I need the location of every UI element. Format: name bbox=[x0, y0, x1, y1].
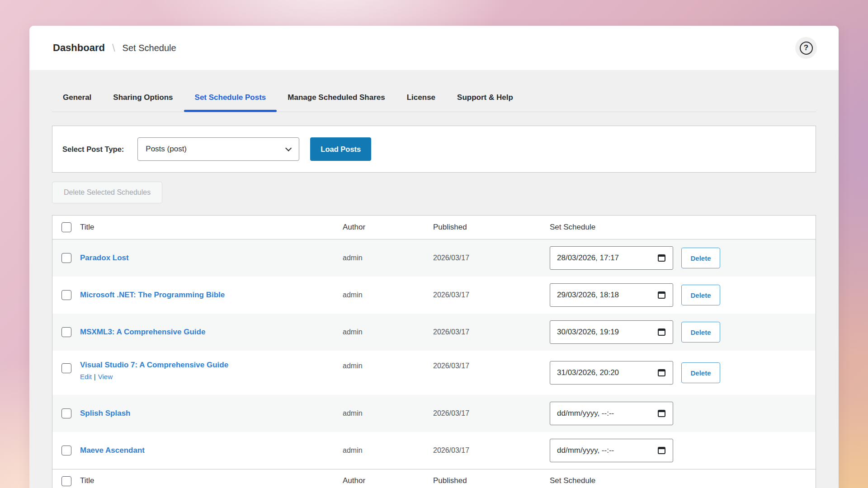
published-cell: 2026/03/17 bbox=[433, 409, 550, 418]
post-title-link[interactable]: Paradox Lost bbox=[80, 253, 129, 263]
column-header-author: Author bbox=[343, 223, 433, 232]
tab-support-help[interactable]: Support & Help bbox=[446, 86, 524, 112]
tab-manage-scheduled-shares[interactable]: Manage Scheduled Shares bbox=[277, 86, 396, 112]
published-cell: 2026/03/17 bbox=[433, 362, 550, 370]
table-row: Microsoft .NET: The Programming Bible ad… bbox=[52, 277, 816, 314]
schedule-datetime-value: dd/mm/yyyy, --:-- bbox=[557, 446, 614, 455]
schedule-datetime-value: 28/03/2026, 17:17 bbox=[557, 253, 619, 263]
table-row: Visual Studio 7: A Comprehensive Guide E… bbox=[52, 351, 816, 395]
author-cell: admin bbox=[343, 254, 433, 262]
schedule-datetime-value: dd/mm/yyyy, --:-- bbox=[557, 409, 614, 418]
select-post-type-label: Select Post Type: bbox=[62, 145, 124, 154]
post-type-selected-value: Posts (post) bbox=[146, 145, 187, 154]
table-body: Paradox Lost admin 2026/03/17 28/03/2026… bbox=[52, 239, 816, 469]
column-footer-published: Published bbox=[433, 476, 550, 485]
calendar-icon[interactable] bbox=[658, 291, 665, 299]
schedule-datetime-input[interactable]: 30/03/2026, 19:19 bbox=[550, 320, 673, 344]
post-title-link[interactable]: Visual Studio 7: A Comprehensive Guide bbox=[80, 361, 228, 370]
tab-sharing-options[interactable]: Sharing Options bbox=[102, 86, 184, 112]
author-cell: admin bbox=[343, 409, 433, 418]
schedule-datetime-input[interactable]: 29/03/2026, 18:18 bbox=[550, 283, 673, 307]
row-checkbox[interactable] bbox=[61, 446, 71, 455]
published-cell: 2026/03/17 bbox=[433, 254, 550, 262]
settings-card: Dashboard \ Set Schedule ? General Shari… bbox=[29, 26, 839, 488]
column-header-set-schedule: Set Schedule bbox=[550, 223, 816, 232]
tab-set-schedule-posts[interactable]: Set Schedule Posts bbox=[184, 86, 277, 112]
schedule-datetime-input[interactable]: 28/03/2026, 17:17 bbox=[550, 246, 673, 270]
delete-selected-schedules-button[interactable]: Delete Selected Schedules bbox=[52, 182, 162, 203]
row-checkbox[interactable] bbox=[61, 290, 71, 300]
load-posts-button[interactable]: Load Posts bbox=[310, 137, 371, 161]
schedule-datetime-value: 31/03/2026, 20:20 bbox=[557, 368, 619, 377]
post-type-select[interactable]: Posts (post) bbox=[137, 137, 299, 161]
table-header-row: Title Author Published Set Schedule bbox=[52, 216, 816, 239]
post-title-link[interactable]: Splish Splash bbox=[80, 409, 130, 418]
post-type-toolbar: Select Post Type: Posts (post) Load Post… bbox=[52, 126, 816, 173]
schedule-datetime-value: 29/03/2026, 18:18 bbox=[557, 291, 619, 300]
table-row: Splish Splash admin 2026/03/17 dd/mm/yyy… bbox=[52, 395, 816, 432]
calendar-icon[interactable] bbox=[658, 447, 665, 454]
calendar-icon[interactable] bbox=[658, 369, 665, 376]
table-row: MSXML3: A Comprehensive Guide admin 2026… bbox=[52, 314, 816, 351]
link-separator: | bbox=[94, 373, 96, 380]
breadcrumb-separator: \ bbox=[112, 42, 115, 54]
chevron-down-icon bbox=[285, 145, 292, 151]
schedule-datetime-input[interactable]: dd/mm/yyyy, --:-- bbox=[550, 402, 673, 425]
column-footer-title: Title bbox=[80, 476, 343, 485]
tab-general[interactable]: General bbox=[52, 86, 102, 112]
delete-schedule-button[interactable]: Delete bbox=[681, 248, 720, 268]
column-footer-author: Author bbox=[343, 476, 433, 485]
row-checkbox[interactable] bbox=[61, 363, 71, 373]
tab-bar: General Sharing Options Set Schedule Pos… bbox=[52, 86, 816, 112]
select-all-checkbox[interactable] bbox=[61, 476, 71, 486]
breadcrumb: Dashboard \ Set Schedule bbox=[53, 42, 176, 54]
card-body: General Sharing Options Set Schedule Pos… bbox=[29, 86, 839, 488]
author-cell: admin bbox=[343, 362, 433, 370]
author-cell: admin bbox=[343, 291, 433, 299]
row-actions: Edit|View bbox=[80, 373, 343, 380]
published-cell: 2026/03/17 bbox=[433, 328, 550, 336]
published-cell: 2026/03/17 bbox=[433, 446, 550, 455]
table-row: Paradox Lost admin 2026/03/17 28/03/2026… bbox=[52, 239, 816, 277]
card-header: Dashboard \ Set Schedule ? bbox=[29, 26, 839, 70]
post-title-link[interactable]: Maeve Ascendant bbox=[80, 446, 145, 455]
column-footer-set-schedule: Set Schedule bbox=[550, 476, 816, 485]
table-footer-row: Title Author Published Set Schedule bbox=[52, 469, 816, 488]
row-checkbox[interactable] bbox=[61, 408, 71, 418]
breadcrumb-dashboard[interactable]: Dashboard bbox=[53, 42, 105, 54]
delete-schedule-button[interactable]: Delete bbox=[681, 322, 720, 343]
column-header-published: Published bbox=[433, 223, 550, 232]
help-button[interactable]: ? bbox=[795, 37, 817, 59]
posts-table: Title Author Published Set Schedule Para… bbox=[52, 215, 816, 488]
schedule-datetime-input[interactable]: 31/03/2026, 20:20 bbox=[550, 361, 673, 385]
row-checkbox[interactable] bbox=[61, 253, 71, 263]
schedule-datetime-input[interactable]: dd/mm/yyyy, --:-- bbox=[550, 439, 673, 462]
tab-license[interactable]: License bbox=[396, 86, 446, 112]
table-row: Maeve Ascendant admin 2026/03/17 dd/mm/y… bbox=[52, 432, 816, 469]
row-checkbox[interactable] bbox=[61, 327, 71, 337]
calendar-icon[interactable] bbox=[658, 410, 665, 417]
page-title: Set Schedule bbox=[123, 43, 176, 53]
delete-schedule-button[interactable]: Delete bbox=[681, 285, 720, 305]
question-mark-icon: ? bbox=[800, 42, 813, 55]
post-title-link[interactable]: Microsoft .NET: The Programming Bible bbox=[80, 291, 225, 300]
published-cell: 2026/03/17 bbox=[433, 291, 550, 299]
calendar-icon[interactable] bbox=[658, 254, 665, 262]
author-cell: admin bbox=[343, 328, 433, 336]
view-link[interactable]: View bbox=[98, 373, 113, 380]
post-title-link[interactable]: MSXML3: A Comprehensive Guide bbox=[80, 328, 205, 337]
edit-link[interactable]: Edit bbox=[80, 373, 92, 380]
schedule-datetime-value: 30/03/2026, 19:19 bbox=[557, 328, 619, 337]
column-header-title: Title bbox=[80, 223, 343, 232]
delete-schedule-button[interactable]: Delete bbox=[681, 362, 720, 383]
select-all-checkbox[interactable] bbox=[61, 222, 71, 232]
author-cell: admin bbox=[343, 446, 433, 455]
calendar-icon[interactable] bbox=[658, 328, 665, 336]
